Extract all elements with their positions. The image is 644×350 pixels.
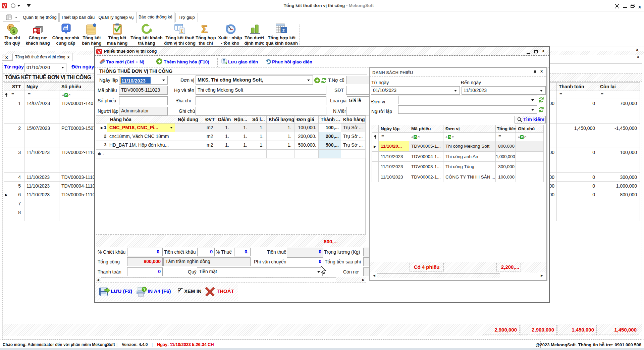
svg-text:C: C xyxy=(418,136,420,139)
svg-text:Σ: Σ xyxy=(201,23,208,35)
svg-text:A: A xyxy=(62,94,64,97)
svg-text:A: A xyxy=(445,136,447,139)
svg-text:Σ: Σ xyxy=(180,29,183,34)
svg-text:B: B xyxy=(65,94,68,97)
svg-text:C: C xyxy=(68,94,71,97)
svg-text:C: C xyxy=(452,136,454,139)
svg-text:?: ? xyxy=(143,287,146,291)
svg-text:C: C xyxy=(524,136,527,139)
svg-text:A: A xyxy=(411,136,413,139)
svg-text:A: A xyxy=(518,136,520,139)
svg-text:B: B xyxy=(415,136,417,139)
svg-text:B: B xyxy=(521,136,524,139)
svg-text:$: $ xyxy=(12,28,15,34)
svg-text:Σ: Σ xyxy=(282,28,285,33)
svg-text:B: B xyxy=(449,136,451,139)
